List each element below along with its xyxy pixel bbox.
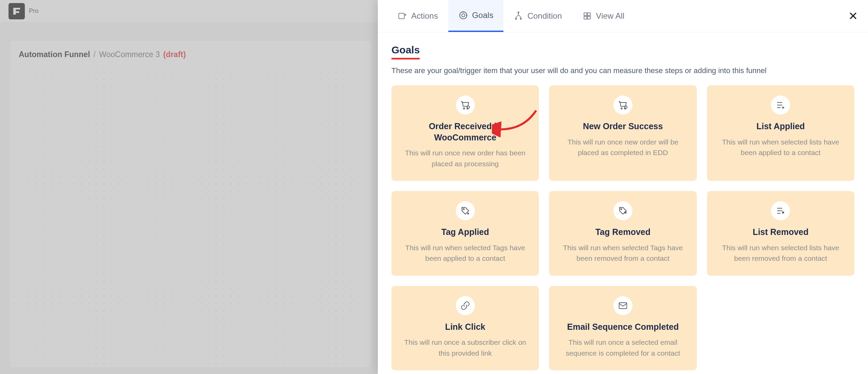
card-description: This will run once new order will be pla… <box>559 137 686 158</box>
goal-card-order-woocommerce[interactable]: Order Received in WooCommerce This will … <box>391 85 539 181</box>
list-remove-icon <box>771 201 790 220</box>
email-icon <box>613 296 632 315</box>
tab-label: Actions <box>411 11 438 21</box>
tab-label: Goals <box>472 11 494 20</box>
panel-description: These are your goal/trigger item that yo… <box>391 66 854 75</box>
panel-body: Goals These are your goal/trigger item t… <box>378 32 868 374</box>
list-add-icon <box>771 96 790 115</box>
card-title: Tag Applied <box>441 226 489 238</box>
card-description: This will run when selected Tags have be… <box>559 242 686 264</box>
svg-point-1 <box>460 12 467 19</box>
tab-actions[interactable]: Actions <box>387 0 448 32</box>
goal-card-tag-removed[interactable]: Tag Removed This will run when selected … <box>549 191 696 276</box>
card-title: Order Received in WooCommerce <box>402 121 529 143</box>
goal-icon <box>459 11 468 20</box>
goal-card-list-applied[interactable]: List Applied This will run when selected… <box>707 85 854 181</box>
goal-card-tag-applied[interactable]: Tag Applied This will run when selected … <box>391 191 539 276</box>
card-description: This will run when selected Tags have be… <box>402 242 529 264</box>
tab-label: View All <box>596 11 625 21</box>
card-title: List Applied <box>756 121 805 132</box>
modal-backdrop[interactable] <box>0 0 378 374</box>
side-panel: Actions Goals Condition View All ✕ Goals… <box>378 0 868 374</box>
tag-add-icon <box>456 201 475 220</box>
card-title: Email Sequence Completed <box>567 321 679 333</box>
svg-point-10 <box>463 108 465 109</box>
card-description: This will run when selected lists have b… <box>717 137 844 158</box>
tab-view-all[interactable]: View All <box>572 0 635 32</box>
close-button[interactable]: ✕ <box>848 10 858 22</box>
svg-point-17 <box>621 208 622 210</box>
svg-rect-0 <box>399 13 404 19</box>
condition-icon <box>514 11 523 21</box>
card-description: This will run once a selected email sequ… <box>559 337 686 358</box>
tag-remove-icon <box>613 201 632 220</box>
card-description: This will run once a subscriber click on… <box>402 337 529 358</box>
card-title: New Order Success <box>583 121 663 132</box>
svg-rect-9 <box>588 16 590 19</box>
svg-rect-18 <box>619 303 627 309</box>
tab-label: Condition <box>527 11 562 21</box>
tab-condition[interactable]: Condition <box>503 0 572 32</box>
svg-point-13 <box>621 108 622 109</box>
link-icon <box>456 296 475 315</box>
card-title: Tag Removed <box>595 226 650 238</box>
cart-icon <box>456 96 475 115</box>
goal-card-list-removed[interactable]: List Removed This will run when selected… <box>707 191 854 276</box>
svg-rect-8 <box>584 16 586 19</box>
svg-point-2 <box>462 14 465 17</box>
card-description: This will run when selected lists have b… <box>717 242 844 264</box>
svg-rect-7 <box>588 13 590 16</box>
goal-card-email-completed[interactable]: Email Sequence Completed This will run o… <box>549 286 696 371</box>
panel-title: Goals <box>391 44 420 60</box>
panel-tabs: Actions Goals Condition View All ✕ <box>378 0 868 32</box>
card-description: This will run once new order has been pl… <box>402 148 529 169</box>
goal-cards-grid: Order Received in WooCommerce This will … <box>391 85 854 370</box>
goal-card-link-click[interactable]: Link Click This will run once a subscrib… <box>391 286 539 371</box>
svg-point-16 <box>463 208 464 210</box>
action-icon <box>398 11 407 21</box>
tab-goals[interactable]: Goals <box>448 0 504 32</box>
svg-rect-6 <box>584 13 586 16</box>
card-title: Link Click <box>445 321 485 333</box>
cart-icon <box>613 96 632 115</box>
grid-icon <box>582 11 592 21</box>
goal-card-new-order[interactable]: New Order Success This will run once new… <box>549 85 696 181</box>
card-title: List Removed <box>753 226 808 238</box>
